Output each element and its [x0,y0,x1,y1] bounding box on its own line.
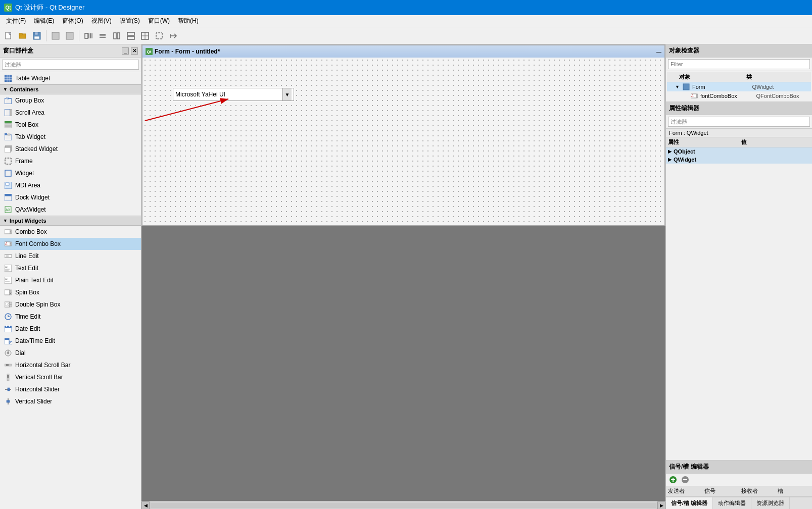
right-panel: 对象检查器 对象 类 ▼ Form QW [665,44,812,509]
vertical-slider-label: Vertical Slider [15,398,52,405]
svg-rect-7 [66,32,73,39]
svg-text:1.0: 1.0 [5,303,10,306]
signal-slot-header-row: 发送者 信号 接收者 槽 [666,486,812,496]
menu-file[interactable]: 文件(F) [2,16,30,26]
scroll-area-icon [4,109,12,117]
font-combo-widget[interactable]: Microsoft YaHei UI ▼ [173,88,294,101]
horizontal-slider-icon [4,385,12,393]
toolbar-layout5[interactable] [138,29,152,42]
tree-row-form[interactable]: ▼ Form QWidget [667,82,811,91]
tree-form-class: QWidget [751,84,811,90]
tab-widget-icon [4,133,12,141]
tab-signal-slot-editor[interactable]: 信号/槽 编辑器 [666,497,713,509]
section-header-input-widgets[interactable]: ▼ Input Widgets [0,216,141,226]
menu-edit[interactable]: 编辑(E) [30,16,58,26]
toolbar-undo[interactable] [49,29,62,42]
form-window-minimize[interactable]: — [656,49,661,55]
tree-row-fontcombobox[interactable]: A fontComboBox QFontComboBox [667,91,811,100]
font-combo-value: Microsoft YaHei UI [175,91,225,98]
menu-settings[interactable]: 设置(S) [116,16,144,26]
widget-item-date-edit[interactable]: Date Edit [0,323,141,335]
app-title: Qt 设计师 - Qt Designer [15,3,84,12]
property-editor-header: 属性编辑器 [666,102,812,115]
toolbar-redo[interactable] [63,29,76,42]
menu-window[interactable]: 窗口(W) [144,16,174,26]
prop-group-qwidget[interactable]: ▶ QWidget [666,156,812,164]
signal-slot-add-button[interactable] [668,475,678,485]
line-edit-icon [4,252,12,260]
prop-col-value: 值 [739,137,813,147]
widget-item-horizontal-slider[interactable]: Horizontal Slider [0,383,141,395]
menu-help[interactable]: 帮助(H) [174,16,203,26]
widget-item-frame[interactable]: Frame [0,155,141,167]
scroll-right-arrow[interactable]: ▶ [657,501,665,510]
toolbar-layout4[interactable] [124,29,137,42]
toolbar-layout6[interactable] [153,29,166,42]
widget-item-vertical-scroll-bar[interactable]: Vertical Scroll Bar [0,371,141,383]
form-body[interactable]: Microsoft YaHei UI ▼ [142,58,664,225]
widget-item-table-widget[interactable]: Table Widget [0,72,141,84]
widget-item-font-combo-box[interactable]: A Font Combo Box [0,238,141,250]
toolbar-save[interactable] [30,29,43,42]
toolbar-adjust[interactable] [167,29,180,42]
widget-icon [4,169,12,177]
object-tree: 对象 类 ▼ Form QWidget [666,71,812,101]
widget-item-group-box[interactable]: AB Group Box [0,94,141,107]
scroll-left-arrow[interactable]: ◀ [141,501,150,510]
toolbar-open[interactable] [16,29,29,42]
toolbar-layout2[interactable] [96,29,109,42]
svg-rect-81 [5,326,12,328]
widget-item-line-edit[interactable]: Line Edit [0,250,141,262]
stacked-widget-label: Stacked Widget [15,145,58,152]
combo-box-icon [4,228,12,236]
widget-item-tool-box[interactable]: Tool Box [0,119,141,131]
widget-item-dock-widget[interactable]: Dock Widget [0,191,141,203]
app-icon: Qt [4,4,12,12]
signal-slot-toolbar [666,474,812,486]
tab-action-editor[interactable]: 动作编辑器 [713,497,751,509]
widget-item-stacked-widget[interactable]: Stacked Widget [0,143,141,155]
widget-item-scroll-area[interactable]: Scroll Area [0,107,141,119]
input-widgets-arrow: ▼ [3,218,8,223]
widget-item-datetime-edit[interactable]: Date/Time Edit [0,335,141,347]
tree-expand-form[interactable]: ▼ [675,84,682,89]
widget-item-combo-box[interactable]: Combo Box [0,226,141,238]
menu-view[interactable]: 视图(V) [87,16,116,26]
property-editor-filter-input[interactable] [668,117,810,127]
qobject-expand-arrow: ▶ [668,149,672,154]
toolbar-new[interactable] [2,29,15,42]
widget-item-double-spin-box[interactable]: 1.0 Double Spin Box [0,298,141,311]
containers-label: Containers [10,86,38,92]
widget-box: 窗口部件盒 _ ✕ Table Widget ▼ Containers [0,44,141,509]
datetime-edit-icon [4,337,12,345]
menu-form[interactable]: 窗体(O) [58,16,87,26]
tab-resource-browser[interactable]: 资源浏览器 [751,497,790,509]
scroll-track[interactable] [151,503,656,508]
widget-item-qaxwidget[interactable]: AX QAxWidget [0,203,141,216]
toolbar-layout3[interactable] [110,29,123,42]
widget-item-text-edit[interactable]: AI Text Edit [0,262,141,274]
widget-item-widget[interactable]: Widget [0,167,141,179]
font-combo-arrow[interactable]: ▼ [282,88,292,100]
widget-item-spin-box[interactable]: Spin Box [0,286,141,298]
widget-item-mdi-area[interactable]: MDI Area [0,179,141,191]
widget-item-horizontal-scroll-bar[interactable]: Horizontal Scroll Bar [0,359,141,371]
svg-rect-96 [8,388,10,391]
signal-slot-remove-button[interactable] [680,475,690,485]
prop-group-qobject[interactable]: ▶ QObject [666,147,812,156]
widget-box-close[interactable]: ✕ [131,47,138,55]
widget-box-minimize[interactable]: _ [122,47,129,55]
section-header-containers[interactable]: ▼ Containers [0,84,141,94]
widget-item-time-edit[interactable]: Time Edit [0,311,141,323]
widget-item-dial[interactable]: Dial [0,347,141,359]
widget-label: Widget [15,170,34,177]
svg-text:AX: AX [6,208,11,212]
widget-item-tab-widget[interactable]: Tab Widget [0,131,141,143]
widget-item-plain-text-edit[interactable]: AI Plain Text Edit [0,274,141,286]
object-inspector-filter-input[interactable] [668,59,810,69]
widget-item-vertical-slider[interactable]: Vertical Slider [0,395,141,408]
property-table: 属性 值 ▶ QObject ▶ QWidget [666,137,812,460]
toolbar-layout1[interactable] [82,29,95,42]
widget-box-filter-input[interactable] [2,60,139,70]
frame-icon [4,157,12,165]
